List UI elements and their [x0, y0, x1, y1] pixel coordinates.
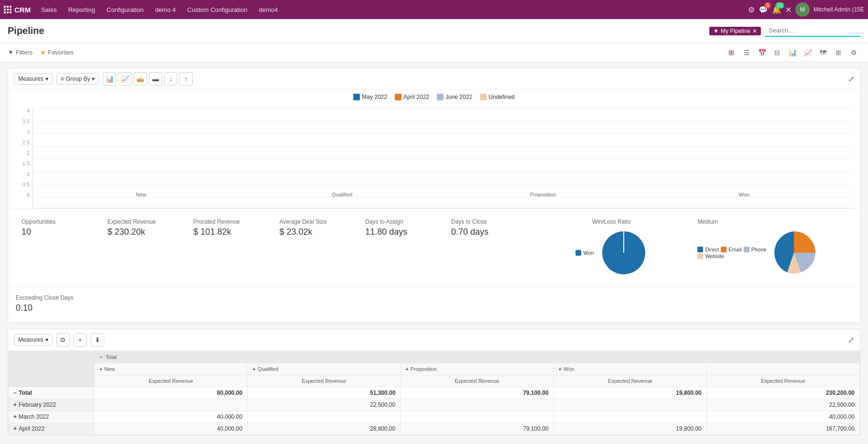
- apr-qualified: 28,800.00: [248, 423, 401, 435]
- nav-sales[interactable]: Sales: [36, 0, 62, 19]
- measures-dropdown[interactable]: Measures ▾: [14, 73, 53, 85]
- table-header-prop-exp-rev: Expected Revenue: [401, 375, 553, 387]
- mar-proposition: [401, 411, 553, 423]
- kanban-view-icon[interactable]: ⊞: [725, 46, 738, 59]
- table-header-empty: [9, 351, 95, 363]
- stacked-chart-icon[interactable]: ▬: [149, 72, 162, 86]
- table-header-qualified: +Qualified: [248, 363, 401, 375]
- notification-icon[interactable]: 🔔21: [772, 5, 781, 14]
- nav-configuration[interactable]: Configuration: [102, 0, 148, 19]
- legend-jun-label: June 2022: [445, 94, 472, 100]
- table-row-february: +February 2022 22,500.00 22,500.00: [9, 399, 860, 411]
- medium-email-color: [721, 247, 727, 252]
- brand-name: CRM: [14, 6, 31, 14]
- kpi-avg-deal-value: $ 23.02k: [279, 227, 354, 237]
- list-view-icon[interactable]: ☰: [740, 46, 753, 59]
- nav-demo4[interactable]: demo 4: [150, 0, 180, 19]
- medium-direct-label: Direct: [705, 247, 719, 252]
- expand-button[interactable]: ⤢: [848, 75, 854, 84]
- kpi-days-assign-value: 11.80 days: [365, 227, 440, 237]
- table-header-proposition: +Proposition: [401, 363, 553, 375]
- nav-custom-configuration[interactable]: Custom Configuration: [183, 0, 252, 19]
- descending-icon[interactable]: ↓: [164, 72, 177, 86]
- table-header-empty2: [9, 363, 95, 375]
- kpi-opportunities-value: 10: [22, 227, 96, 237]
- table-add-icon[interactable]: +: [74, 333, 87, 347]
- mar-qualified: [248, 411, 401, 423]
- kpi-exceed-label: Exceeding Close Days: [16, 294, 846, 301]
- table-header-new: +New: [95, 363, 248, 375]
- brand-logo[interactable]: CRM: [4, 6, 31, 14]
- medium-phone-color: [744, 247, 749, 252]
- nav-demo4b[interactable]: demo4: [254, 0, 283, 19]
- chart-legend: May 2022 April 2022 June 2022 Undefined: [8, 90, 860, 104]
- filter-funnel-icon: ▼: [713, 28, 719, 34]
- y-axis-1: 1: [16, 171, 30, 177]
- total-proposition: 79,100.00: [401, 387, 553, 399]
- kpi-days-close: Days to Close 0.70 days: [445, 215, 532, 281]
- bar-chart-view-icon[interactable]: 📊: [786, 46, 799, 59]
- kpi-prorated-revenue: Prorated Revenue $ 101.82k: [188, 215, 274, 281]
- medium-email-label: Email: [728, 247, 742, 252]
- legend-apr-color: [395, 94, 401, 100]
- search-input[interactable]: [765, 25, 860, 37]
- legend-undef-color: [480, 94, 487, 100]
- chat-icon[interactable]: 💬5: [759, 5, 768, 14]
- measures-dropdown-arrow: ▾: [45, 76, 48, 82]
- total-total: 230,200.00: [706, 387, 859, 399]
- filters-button[interactable]: ▼ Filters: [8, 49, 33, 56]
- my-pipeline-filter[interactable]: ▼ My Pipeline ✕: [709, 27, 761, 35]
- filters-label: Filters: [16, 49, 33, 56]
- filter-close-icon[interactable]: ✕: [752, 28, 757, 34]
- medium-website-color: [697, 253, 703, 259]
- pie-chart-icon[interactable]: 🥧: [133, 72, 147, 86]
- table-section: Measures ▾ ⚙ + ⬇ ⤢ − Total: [8, 329, 860, 435]
- settings-view-icon[interactable]: ⚙: [847, 46, 860, 59]
- ascending-icon[interactable]: ↑: [179, 72, 193, 86]
- table-measures-label: Measures: [18, 336, 43, 343]
- chart-toolbar: Measures ▾ ≡ Group By ▾ 📊 📈 🥧 ▬ ↓ ↑ ⤢: [8, 68, 860, 90]
- legend-may-label: May 2022: [362, 94, 387, 100]
- filter-tag-label: My Pipeline: [721, 28, 750, 34]
- table-header-won: +Won: [553, 363, 706, 375]
- mar-total: 40,000.00: [706, 411, 859, 423]
- user-avatar[interactable]: M: [795, 2, 810, 17]
- y-axis-3: 3: [16, 129, 30, 135]
- table-settings-icon[interactable]: ⚙: [56, 333, 70, 347]
- group-by-dropdown[interactable]: ≡ Group By ▾: [56, 73, 99, 85]
- kpi-expected-revenue: Expected Revenue $ 230.20k: [102, 215, 188, 281]
- table-download-icon[interactable]: ⬇: [91, 333, 104, 347]
- user-name: Mitchell Admin (15E: [814, 6, 864, 13]
- line-chart-view-icon[interactable]: 📈: [801, 46, 814, 59]
- table-expand-button[interactable]: ⤢: [848, 336, 854, 345]
- filter-left-area: ▼ Filters ★ Favorites: [8, 49, 74, 56]
- apr-won: 19,800.00: [553, 423, 706, 435]
- calendar-view-icon[interactable]: 📅: [755, 46, 769, 59]
- bar-chart-icon[interactable]: 📊: [103, 72, 116, 86]
- favorites-button[interactable]: ★ Favorites: [40, 49, 73, 56]
- map-view-icon[interactable]: 🗺: [816, 46, 830, 59]
- settings-icon[interactable]: ⚙: [748, 5, 755, 14]
- table-measures-dropdown[interactable]: Measures ▾: [14, 334, 53, 346]
- line-chart-icon[interactable]: 📈: [118, 72, 131, 86]
- grid-view-icon[interactable]: ⊟: [770, 46, 784, 59]
- winloss-legend-color: [575, 250, 581, 256]
- favorites-label: Favorites: [48, 49, 73, 56]
- kpi-winloss-label: Win/Loss Ratio: [592, 218, 631, 225]
- grid-icon: [4, 6, 11, 13]
- winloss-legend-label: Won: [583, 250, 594, 256]
- y-axis-0: 0: [16, 192, 30, 198]
- topnav-right-area: ⚙ 💬5 🔔21 ✕ M Mitchell Admin (15E: [748, 2, 864, 17]
- legend-apr-label: April 2022: [403, 94, 429, 100]
- feb-new: [95, 399, 248, 411]
- bar-label-qualified: Qualified: [332, 192, 352, 197]
- legend-undefined: Undefined: [480, 94, 515, 100]
- pivot-view-icon[interactable]: ⊞: [832, 46, 845, 59]
- feb-won: [553, 399, 706, 411]
- feb-qualified: 22,500.00: [248, 399, 401, 411]
- close-icon[interactable]: ✕: [785, 5, 792, 14]
- apr-label: +April 2022: [9, 423, 95, 435]
- nav-reporting[interactable]: Reporting: [64, 0, 100, 19]
- table-measures-arrow: ▾: [45, 336, 48, 343]
- legend-jun2022: June 2022: [437, 94, 472, 100]
